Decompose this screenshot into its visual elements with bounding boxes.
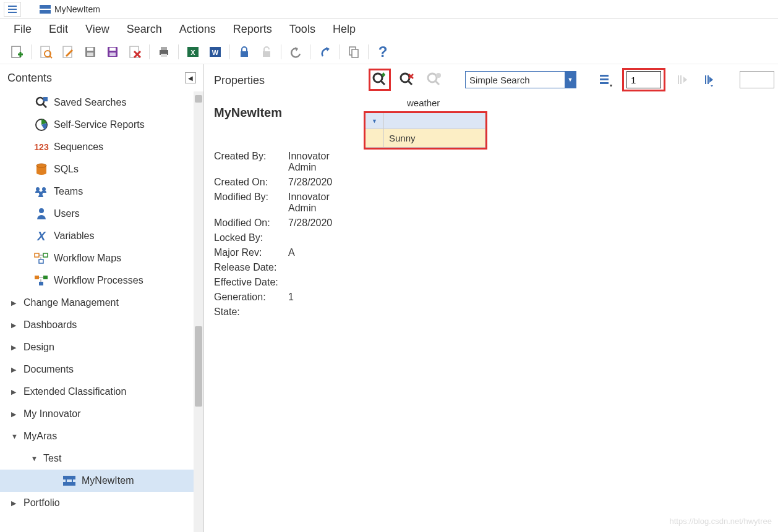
svg-line-56 [408,81,412,85]
svg-rect-12 [109,48,116,51]
save-unlock-button[interactable] [102,42,123,62]
svg-rect-9 [87,48,93,51]
property-label: Effective Date: [214,277,288,288]
tree-group[interactable]: ▶Design [0,336,194,358]
search-mode-select[interactable]: Simple Search ▼ [465,71,576,88]
tree-item[interactable]: 123Sequences [0,136,194,158]
menu-edit[interactable]: Edit [41,20,75,38]
tree-item[interactable]: Workflow Processes [0,269,194,292]
grid-area: Simple Search ▼ weather ▼ [365,64,778,532]
next-page-button[interactable] [698,69,720,91]
menu-reports[interactable]: Reports [226,20,280,38]
tree-caret-icon: ▶ [11,366,19,374]
copy-button[interactable] [343,42,364,62]
tree-group[interactable]: ▶My Innovator [0,403,194,425]
export-word-button[interactable]: W [205,42,226,62]
property-value [288,232,359,243]
prev-page-button[interactable] [670,69,693,91]
property-label: Created By: [214,151,288,173]
row-selector-header[interactable]: ▼ [365,113,384,129]
cell-weather[interactable]: Sunny [384,129,485,148]
tree-item[interactable]: Saved Searches [0,91,194,114]
scroll-up-arrow[interactable] [195,95,202,103]
property-value: 7/28/2020 [288,217,359,229]
tree-scrollbar[interactable] [194,91,203,532]
teams-icon [34,184,49,199]
menu-view[interactable]: View [78,20,117,38]
save-button[interactable] [80,42,101,62]
tree-item[interactable]: Users [0,203,194,225]
lookup-button[interactable] [423,69,445,91]
tree-item[interactable]: Teams [0,180,194,203]
tree-group[interactable]: ▶Portfolio [0,492,194,514]
menu-tools[interactable]: Tools [282,20,323,38]
unlock-button[interactable] [256,42,277,62]
lock-button[interactable] [234,42,255,62]
delete-button[interactable] [124,42,145,62]
collapse-panel-button[interactable]: ◀ [185,72,196,83]
page-size-wrap [622,68,665,91]
grid-highlight: ▼ Sunny [365,110,778,152]
table-row[interactable]: Sunny [365,129,485,148]
menu-actions[interactable]: Actions [172,20,223,38]
svg-point-53 [374,74,382,82]
view-item-button[interactable] [35,42,56,62]
property-row: Modified On:7/28/2020 [214,217,359,229]
property-row: Major Rev:A [214,247,359,258]
promote-button[interactable] [314,42,335,62]
help-button[interactable]: ? [372,42,393,62]
menu-search[interactable]: Search [119,20,169,38]
tree-item-label: Documents [24,364,74,375]
menu-file[interactable]: File [6,20,39,38]
tree-item[interactable]: XVariables [0,225,194,247]
undo-button[interactable] [285,42,306,62]
export-excel-button[interactable]: X [182,42,203,62]
print-button[interactable] [153,42,174,62]
properties-panel: Properties MyNewItem Created By:Innovato… [204,64,365,532]
tree-item-label: Users [54,208,80,219]
run-search-button[interactable] [369,69,391,91]
column-header-weather[interactable]: weather [407,98,440,108]
results-grid: ▼ Sunny [364,111,487,150]
menu-help[interactable]: Help [325,20,363,38]
search-options-button[interactable] [595,69,617,91]
svg-rect-45 [43,276,48,279]
row-header[interactable] [365,129,384,148]
tree-group[interactable]: ▶Dashboards [0,314,194,336]
clear-search-button[interactable] [396,69,418,91]
svg-rect-63 [600,78,609,80]
tree-group[interactable]: ▶Documents [0,358,194,381]
current-page-input[interactable] [740,71,774,88]
property-value: Innovator Admin [288,192,359,214]
tree-group[interactable]: ▼MyAras [0,425,194,447]
scroll-thumb[interactable] [195,326,202,407]
edit-item-button[interactable] [58,42,79,62]
toolbar-separator [178,44,179,59]
tree-item[interactable]: Self-Service Reports [0,114,194,136]
filter-cell-weather[interactable] [384,113,485,129]
tree-item-label: SQLs [54,164,79,175]
tree-caret-icon: ▶ [11,321,19,329]
new-item-button[interactable] [6,42,27,62]
tree-group[interactable]: ▶Change Management [0,292,194,314]
toolbar-separator [368,44,369,59]
tree-item[interactable]: Workflow Maps [0,247,194,269]
tree-group[interactable]: ▶Extended Classification [0,381,194,403]
svg-rect-41 [39,260,43,263]
tree-item-label: Test [43,453,61,464]
toolbar-separator [149,44,150,59]
tree-item[interactable]: SQLs [0,158,194,180]
grid-column-header-row: weather [365,95,778,110]
page-size-input[interactable] [626,71,661,88]
svg-rect-39 [35,253,39,257]
property-label: Modified By: [214,192,288,214]
menu-toggle-button[interactable] [4,2,21,17]
tree-item[interactable]: MyNewItem [0,470,194,492]
property-value [288,306,359,318]
tree-group[interactable]: ▼Test [0,447,194,470]
toolbar-separator [281,44,281,59]
svg-rect-62 [600,75,609,77]
tree-item-label: MyNewItem [82,475,134,486]
svg-point-38 [39,208,44,213]
property-row: Created By:Innovator Admin [214,151,359,173]
